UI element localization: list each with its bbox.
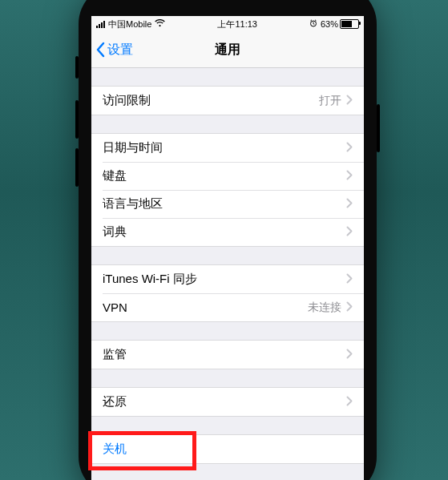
- chevron-right-icon: [346, 225, 353, 239]
- status-time: 上午11:13: [217, 18, 257, 30]
- row-label: 关机: [103, 442, 353, 457]
- alarm-icon: [309, 19, 317, 29]
- wifi-icon: [155, 18, 165, 30]
- chevron-right-icon: [346, 348, 353, 361]
- mute-switch: [75, 56, 79, 79]
- settings-row[interactable]: 键盘: [91, 162, 364, 190]
- row-detail: 未连接: [308, 301, 341, 315]
- power-button: [377, 104, 380, 152]
- settings-row[interactable]: 词典: [91, 218, 364, 246]
- back-label: 设置: [107, 42, 133, 58]
- volume-up: [75, 100, 79, 139]
- settings-group: 还原: [91, 387, 364, 417]
- chevron-right-icon: [346, 395, 353, 409]
- status-bar: 中国Mobile 上午11:13 63%: [91, 16, 364, 32]
- signal-icon: [96, 21, 105, 28]
- chevron-right-icon: [346, 94, 353, 107]
- settings-row[interactable]: 日期与时间: [91, 134, 364, 162]
- settings-row[interactable]: iTunes Wi-Fi 同步: [91, 265, 364, 293]
- row-label: 还原: [103, 394, 346, 409]
- screen: 中国Mobile 上午11:13 63% 设置: [91, 16, 364, 480]
- volume-down: [75, 148, 79, 187]
- row-label: 键盘: [103, 168, 346, 184]
- chevron-left-icon: [95, 42, 106, 58]
- phone-frame: 中国Mobile 上午11:13 63% 设置: [79, 0, 377, 480]
- settings-list: 访问限制打开日期与时间键盘语言与地区词典iTunes Wi-Fi 同步VPN未连…: [91, 68, 364, 464]
- row-label: 监管: [103, 347, 346, 362]
- row-label: 语言与地区: [103, 196, 346, 212]
- chevron-right-icon: [346, 272, 353, 286]
- settings-row[interactable]: VPN未连接: [91, 293, 364, 321]
- settings-row[interactable]: 访问限制打开: [91, 87, 364, 115]
- chevron-right-icon: [346, 169, 353, 183]
- chevron-right-icon: [346, 301, 353, 314]
- chevron-right-icon: [346, 197, 353, 211]
- row-label: VPN: [103, 301, 308, 314]
- settings-row[interactable]: 语言与地区: [91, 190, 364, 218]
- settings-group: 关机: [91, 434, 364, 464]
- settings-row[interactable]: 监管: [91, 341, 364, 369]
- settings-group: 监管: [91, 340, 364, 369]
- battery-icon: [340, 19, 359, 29]
- settings-row[interactable]: 关机: [91, 435, 364, 463]
- row-label: iTunes Wi-Fi 同步: [103, 272, 346, 287]
- battery-pct: 63%: [321, 19, 338, 29]
- battery-indicator: 63%: [321, 19, 359, 29]
- row-label: 词典: [103, 224, 346, 240]
- nav-bar: 设置 通用: [91, 32, 364, 68]
- chevron-right-icon: [346, 141, 353, 155]
- settings-group: 访问限制打开: [91, 86, 364, 115]
- row-label: 日期与时间: [103, 140, 346, 155]
- settings-group: iTunes Wi-Fi 同步VPN未连接: [91, 264, 364, 322]
- row-detail: 打开: [319, 94, 341, 108]
- settings-group: 日期与时间键盘语言与地区词典: [91, 133, 364, 247]
- carrier-label: 中国Mobile: [108, 18, 151, 30]
- row-label: 访问限制: [103, 93, 319, 108]
- settings-row[interactable]: 还原: [91, 388, 364, 416]
- back-button[interactable]: 设置: [91, 42, 133, 58]
